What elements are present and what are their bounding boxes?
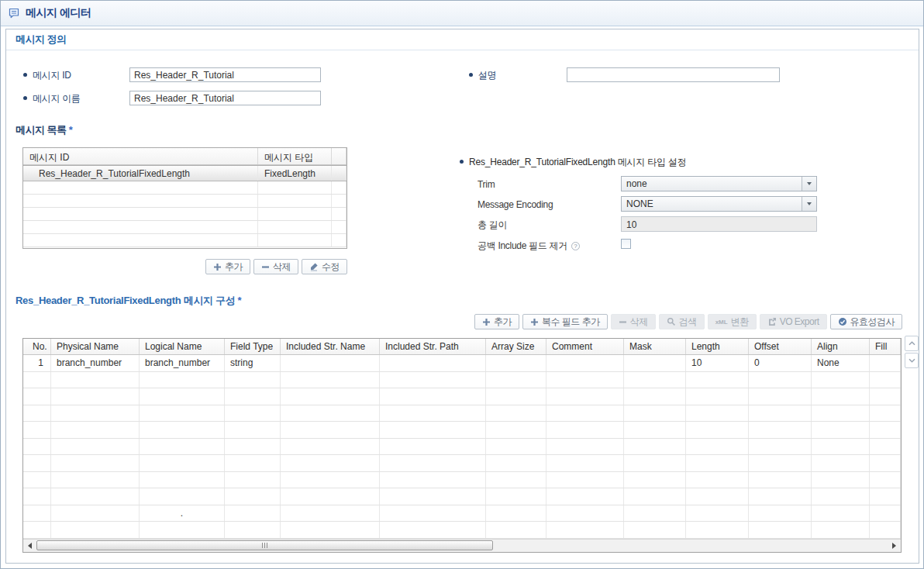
column-header[interactable]: Fill	[870, 339, 901, 354]
table-row[interactable]	[23, 472, 901, 489]
grid-cell	[380, 372, 486, 388]
grid-cell	[624, 372, 686, 388]
grid-cell	[749, 405, 812, 422]
column-header[interactable]: Logical Name	[140, 339, 225, 354]
edit-button[interactable]: 수정	[302, 259, 347, 274]
table-row[interactable]: .	[23, 505, 901, 522]
list-cell	[332, 166, 346, 181]
grid-cell	[812, 422, 870, 438]
grid-cell	[486, 422, 546, 438]
list-item[interactable]	[23, 234, 346, 247]
grid-cell	[380, 472, 486, 488]
message-name-input[interactable]	[129, 91, 321, 105]
blank-field-checkbox[interactable]	[621, 239, 631, 249]
grid-cell	[546, 439, 624, 455]
list-item[interactable]	[23, 208, 346, 221]
column-header[interactable]: Field Type	[225, 339, 281, 354]
column-header[interactable]: 메시지 타입	[258, 148, 332, 164]
table-row[interactable]	[23, 405, 901, 422]
grid-cell	[225, 455, 281, 471]
grid-cell	[486, 505, 546, 522]
grid-cell	[624, 522, 686, 538]
column-header[interactable]: Included Str. Name	[281, 339, 380, 354]
list-item[interactable]	[23, 195, 346, 208]
composition-heading: Res_Header_R_TutorialFixedLength 메시지 구성*	[16, 294, 241, 308]
total-length-label: 총 길이	[478, 219, 507, 231]
grid-cell	[870, 505, 901, 522]
grid-cell	[51, 439, 140, 455]
help-icon[interactable]: ?	[571, 242, 580, 250]
page-title: 메시지 에디터	[26, 6, 91, 20]
list-item[interactable]	[23, 181, 346, 195]
export-icon	[767, 317, 777, 326]
list-cell	[23, 208, 258, 220]
scroll-down-button[interactable]	[905, 353, 919, 368]
chevron-down-icon[interactable]	[802, 197, 816, 211]
scroll-up-button[interactable]	[905, 336, 919, 351]
grid-cell	[225, 522, 281, 538]
composition-toolbar: 추가복수 필드 추가삭제검색xML변환VO Export유효성검사	[22, 314, 902, 329]
horizontal-scrollbar[interactable]	[23, 539, 901, 552]
delete-button[interactable]: 삭제	[253, 259, 298, 274]
right-triangle-icon	[892, 543, 896, 549]
column-header[interactable]: Comment	[546, 339, 624, 354]
grid-cell	[51, 372, 140, 388]
validate-button[interactable]: 유효성검사	[830, 314, 903, 329]
add-button[interactable]: 추가	[205, 259, 250, 274]
total-length-field: 10	[621, 216, 817, 232]
column-header[interactable]: Physical Name	[51, 339, 140, 354]
column-header[interactable]: Offset	[749, 339, 812, 354]
plus-icon	[530, 318, 539, 326]
scroll-left-arrow[interactable]	[24, 540, 36, 551]
encoding-select[interactable]: NONE	[621, 196, 817, 212]
column-header[interactable]: Align	[812, 339, 870, 354]
grid-cell: string	[225, 355, 281, 371]
type-settings-title: Res_Header_R_TutorialFixedLength 메시지 타입 …	[460, 156, 687, 169]
table-row[interactable]	[23, 488, 901, 505]
grid-cell	[686, 522, 749, 538]
scrollbar-thumb[interactable]	[36, 540, 493, 550]
trim-select[interactable]: none	[621, 176, 817, 191]
scroll-right-arrow[interactable]	[888, 540, 900, 551]
list-item[interactable]: Res_Header_R_TutorialFixedLengthFixedLen…	[23, 165, 346, 181]
column-header[interactable]: No.	[23, 339, 51, 354]
table-row[interactable]	[23, 422, 901, 439]
convert-button: xML변환	[708, 314, 757, 329]
chevron-down-icon[interactable]	[802, 177, 816, 191]
description-input[interactable]	[567, 67, 780, 82]
left-triangle-icon	[28, 543, 32, 549]
grid-cell	[624, 488, 686, 505]
content-panel: 메시지 정의 메시지 ID 설명 메시지 이름 메시지 목록* 메시지 ID메시…	[5, 29, 919, 564]
grid-cell	[140, 439, 225, 455]
grid-cell	[749, 372, 812, 388]
message-id-input[interactable]	[129, 67, 321, 82]
list-cell	[332, 181, 346, 194]
grid-cell	[686, 505, 749, 522]
column-header[interactable]: Array Size	[486, 339, 546, 354]
add-field-button[interactable]: 추가	[474, 314, 519, 329]
table-row[interactable]: 1branch_numberbranch_numberstring100None	[23, 355, 901, 372]
table-row[interactable]	[23, 372, 901, 389]
column-header[interactable]: Included Str. Path	[380, 339, 486, 354]
required-mark: *	[69, 124, 73, 136]
titlebar: 메시지 에디터	[1, 1, 923, 26]
table-row[interactable]	[23, 439, 901, 456]
column-header[interactable]: Mask	[624, 339, 686, 354]
grid-cell	[281, 405, 380, 422]
column-header[interactable]: 메시지 ID	[23, 148, 258, 164]
vo-export-button: VO Export	[760, 314, 827, 329]
grid-cell	[686, 488, 749, 505]
grid-cell	[686, 372, 749, 388]
grid-cell	[51, 522, 140, 538]
table-row[interactable]	[23, 455, 901, 472]
list-cell	[23, 234, 258, 247]
bullet-icon	[469, 73, 473, 77]
list-cell	[332, 221, 346, 233]
table-row[interactable]	[23, 388, 901, 405]
add-multiple-fields-button[interactable]: 복수 필드 추가	[522, 314, 608, 329]
table-row[interactable]	[23, 522, 901, 539]
column-header[interactable]: Length	[686, 339, 749, 354]
grid-cell	[225, 405, 281, 422]
list-item[interactable]	[23, 221, 346, 234]
column-header[interactable]	[332, 148, 346, 164]
